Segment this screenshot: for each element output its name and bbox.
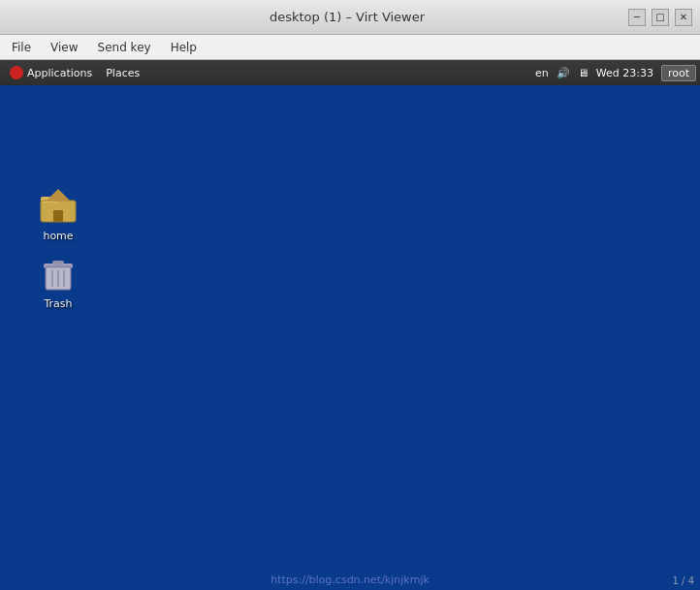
panel-lang: en xyxy=(535,67,549,79)
panel-datetime: Wed 23:33 xyxy=(596,67,653,79)
panel-left: Applications Places xyxy=(4,64,145,81)
svg-marker-3 xyxy=(47,189,70,201)
watermark: https://blog.csdn.net/kjnjkmjk xyxy=(0,574,700,586)
apps-icon xyxy=(10,66,23,79)
minimize-button[interactable]: ─ xyxy=(628,9,646,26)
trash-icon xyxy=(35,249,81,295)
page-indicator: 1 / 4 xyxy=(673,575,694,586)
svg-rect-7 xyxy=(52,261,64,264)
gnome-panel: Applications Places en 🔊 🖥 Wed 23:33 roo… xyxy=(0,60,700,85)
menu-help[interactable]: Help xyxy=(163,39,205,56)
panel-volume-icon[interactable]: 🔊 xyxy=(557,67,570,79)
applications-menu[interactable]: Applications xyxy=(4,64,98,81)
panel-network-icon[interactable]: 🖥 xyxy=(578,67,589,79)
home-label: home xyxy=(43,230,73,242)
menu-view[interactable]: View xyxy=(43,39,85,56)
title-bar: desktop (1) – Virt Viewer ─ □ ✕ xyxy=(0,0,700,35)
close-button[interactable]: ✕ xyxy=(675,9,692,26)
window-title: desktop (1) – Virt Viewer xyxy=(66,10,628,24)
menu-sendkey[interactable]: Send key xyxy=(90,39,159,56)
places-menu[interactable]: Places xyxy=(100,65,145,81)
home-icon xyxy=(35,181,81,228)
trash-icon-container[interactable]: Trash xyxy=(19,245,97,314)
home-icon-container[interactable]: home xyxy=(19,177,97,246)
trash-label: Trash xyxy=(44,297,72,310)
maximize-button[interactable]: □ xyxy=(652,9,669,26)
panel-right: en 🔊 🖥 Wed 23:33 root xyxy=(535,65,696,81)
app-menu-bar: File View Send key Help xyxy=(0,35,700,60)
panel-root-button[interactable]: root xyxy=(661,65,696,81)
menu-file[interactable]: File xyxy=(4,39,39,56)
applications-label: Applications xyxy=(27,67,92,79)
desktop-area: home Trash https://blog.csdn.net/kjnjk xyxy=(0,85,700,590)
window-controls: ─ □ ✕ xyxy=(628,9,692,26)
svg-rect-4 xyxy=(53,210,63,222)
